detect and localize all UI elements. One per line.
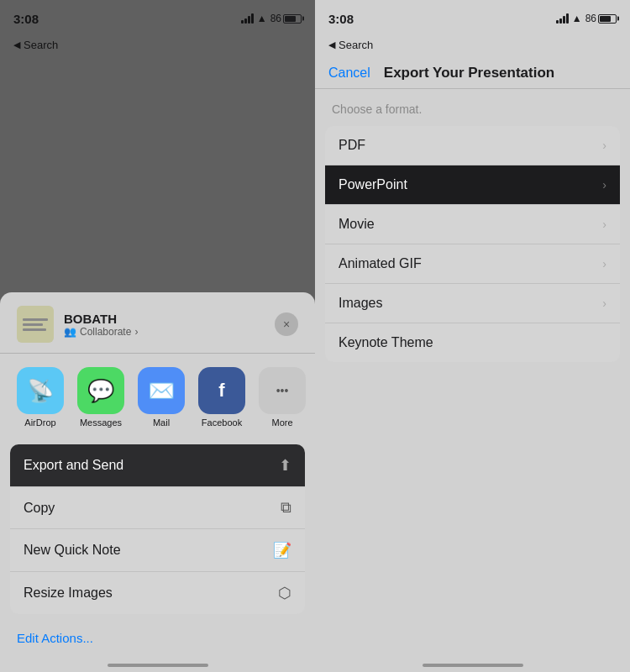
airdrop-icon: 📡 [27,378,54,404]
format-pdf-label: PDF [339,138,365,153]
share-doc-info: BOBATH 👥 Collaborate › [64,312,138,338]
format-pdf[interactable]: PDF › [325,126,620,165]
share-doc-sub: 👥 Collaborate › [64,326,138,338]
right-battery-level: 86 [585,13,596,24]
export-panel: 3:08 ▲ 86 ◀ Search [315,0,630,672]
app-icon-airdrop[interactable]: 📡 AirDrop [17,367,64,428]
action-list: Export and Send ⬆ Copy ⧉ New Quick Note … [10,444,305,614]
share-close-button[interactable]: × [275,312,298,336]
home-indicator-right [423,664,523,667]
home-indicator-left [108,664,208,667]
right-back-label[interactable]: Search [339,39,373,51]
right-signal-icon [556,13,569,24]
share-doc-sub-text: Collaborate [80,326,131,338]
format-powerpoint[interactable]: PowerPoint › [325,165,620,205]
share-header: BOBATH 👥 Collaborate › × [0,292,315,354]
copy-action[interactable]: Copy ⧉ [10,487,305,529]
format-pdf-chevron: › [602,139,606,152]
messages-icon-bg: 💬 [77,367,124,414]
left-panel: 3:08 ▲ 86 ◀ Search [0,0,315,672]
format-keynote-theme-label: Keynote Theme [339,335,433,350]
format-powerpoint-chevron: › [602,178,606,192]
right-status-bar: 3:08 ▲ 86 [315,0,630,37]
format-images-chevron: › [602,297,606,310]
messages-label: Messages [80,417,122,428]
quick-note-icon: 📝 [273,541,291,559]
format-movie[interactable]: Movie › [325,205,620,244]
format-list: PDF › PowerPoint › Movie › Animated GIF … [325,126,620,362]
format-animated-gif[interactable]: Animated GIF › [325,244,620,284]
facebook-label: Facebook [202,417,242,428]
copy-icon: ⧉ [281,499,291,517]
resize-label: Resize Images [24,585,113,601]
resize-icon: ⬡ [278,584,291,602]
quick-note-action[interactable]: New Quick Note 📝 [10,529,305,572]
format-animated-gif-chevron: › [602,257,606,270]
more-icon: ••• [276,384,289,397]
edit-actions-button[interactable]: Edit Actions... [0,621,315,655]
mail-label: Mail [153,417,170,428]
export-title: Export Your Presentation [384,65,617,81]
format-keynote-theme[interactable]: Keynote Theme [325,323,620,362]
app-icons-row: 📡 AirDrop 💬 Messages ✉️ Mail f [0,354,315,438]
export-send-label: Export and Send [24,458,123,473]
more-label: More [271,417,292,428]
mail-icon: ✉️ [148,378,175,404]
messages-icon: 💬 [87,378,114,404]
left-battery-icon [283,14,302,24]
right-time: 3:08 [328,12,354,26]
airdrop-label: AirDrop [24,417,55,428]
format-images-label: Images [339,296,382,311]
app-icon-messages[interactable]: 💬 Messages [77,367,124,428]
share-sheet: BOBATH 👥 Collaborate › × 📡 AirDrop [0,292,315,672]
share-title-area: BOBATH 👥 Collaborate › [17,306,138,343]
right-status-icons: ▲ 86 [556,13,617,24]
cancel-button[interactable]: Cancel [328,66,370,81]
format-movie-label: Movie [339,217,375,232]
format-powerpoint-label: PowerPoint [339,177,407,192]
share-doc-sub-chevron: › [134,326,138,338]
app-icon-facebook[interactable]: f Facebook [198,367,245,428]
format-hint: Choose a format. [315,89,630,123]
resize-images-action[interactable]: Resize Images ⬡ [10,572,305,614]
copy-label: Copy [24,501,55,516]
mail-icon-bg: ✉️ [138,367,185,414]
facebook-icon-bg: f [198,367,245,414]
format-animated-gif-label: Animated GIF [339,256,422,271]
app-icon-more[interactable]: ••• More [259,367,306,428]
export-send-action[interactable]: Export and Send ⬆ [10,444,305,487]
share-doc-title: BOBATH [64,312,138,326]
right-battery: 86 [585,13,617,24]
right-panel: 3:08 ▲ 86 ◀ Search [315,0,630,672]
share-thumbnail [17,306,54,343]
right-back-chevron: ◀ [328,39,335,50]
format-images[interactable]: Images › [325,284,620,323]
export-send-icon: ⬆ [279,456,291,475]
more-icon-bg: ••• [259,367,306,414]
facebook-icon: f [218,380,224,402]
right-back-nav[interactable]: ◀ Search [315,37,630,58]
app-icon-mail[interactable]: ✉️ Mail [138,367,185,428]
right-battery-icon [598,14,617,24]
format-movie-chevron: › [602,218,606,231]
collaborate-icon: 👥 [64,326,76,338]
right-wifi-icon: ▲ [572,13,582,24]
airdrop-icon-bg: 📡 [17,367,64,414]
quick-note-label: New Quick Note [24,543,121,558]
export-nav: Cancel Export Your Presentation [315,58,630,89]
